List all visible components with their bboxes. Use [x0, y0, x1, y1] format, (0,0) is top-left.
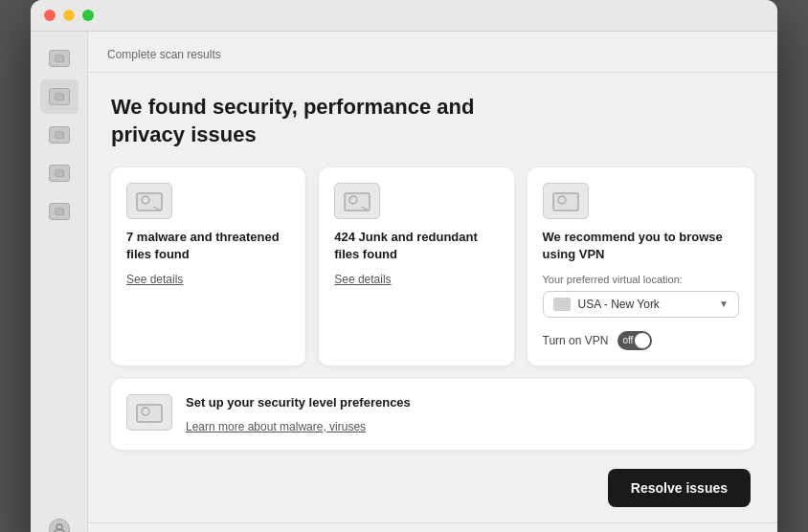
app-body: Complete scan results We found security,… [31, 32, 777, 532]
vpn-toggle-label: Turn on VPN [543, 334, 609, 347]
vpn-card: We recommend you to browse using VPN You… [527, 167, 755, 365]
junk-see-details-link[interactable]: See details [334, 273, 391, 286]
malware-card-image [126, 183, 172, 219]
junk-card-content: 424 Junk and redundant files found See d… [334, 229, 498, 349]
chevron-down-icon: ▼ [719, 299, 729, 309]
vpn-location-text: USA - New York [578, 298, 712, 311]
malware-see-details-link[interactable]: See details [126, 273, 183, 286]
svg-rect-7 [555, 299, 569, 309]
top-cards-row: 7 malware and threatened files found See… [111, 167, 754, 365]
resolve-row: Resolve issues [111, 469, 754, 507]
sidebar-item-1[interactable] [40, 41, 79, 76]
vpn-flag-icon [553, 298, 571, 311]
toggle-knob [635, 333, 650, 348]
learn-more-link[interactable]: Learn more about malware, viruses [186, 420, 366, 433]
security-card-title: Set up your security level preferences [186, 394, 739, 411]
junk-card-title: 424 Junk and redundant files found [334, 229, 498, 263]
toggle-off-label: off [622, 335, 633, 345]
content-area: We found security, performance and priva… [88, 73, 777, 522]
user-avatar-icon [49, 519, 70, 532]
security-card-image [126, 394, 172, 431]
vpn-card-image [543, 183, 589, 219]
sidebar-icon-2 [49, 88, 70, 105]
main-content: Complete scan results We found security,… [88, 32, 777, 532]
security-prefs-card: Set up your security level preferences L… [111, 379, 754, 450]
vpn-toggle-switch[interactable]: off [617, 331, 652, 350]
top-bar: Complete scan results [88, 32, 777, 73]
sidebar-bottom [40, 512, 79, 532]
vpn-card-title: We recommend you to browse using VPN [543, 229, 740, 263]
maximize-button[interactable] [82, 10, 94, 21]
sidebar-icon-3 [49, 126, 70, 144]
vpn-location-label: Your preferred virtual location: [543, 274, 740, 285]
vpn-location-selector[interactable]: USA - New York ▼ [543, 291, 740, 318]
page-title: We found security, performance and priva… [111, 94, 754, 148]
sidebar-icon-1 [49, 50, 70, 67]
security-card-content: Set up your security level preferences L… [186, 394, 739, 434]
vpn-toggle-row: Turn on VPN off [543, 331, 740, 350]
sidebar-item-2[interactable] [40, 79, 79, 114]
malware-card: 7 malware and threatened files found See… [111, 167, 305, 365]
close-button[interactable] [44, 10, 56, 21]
sidebar-item-4[interactable] [40, 156, 79, 190]
sidebar-item-5[interactable] [40, 194, 79, 229]
malware-card-title: 7 malware and threatened files found [126, 229, 290, 263]
sidebar-icon-4 [49, 165, 70, 182]
sidebar-icon-5 [49, 203, 70, 220]
bottom-card-row: Set up your security level preferences L… [111, 379, 754, 450]
malware-card-content: 7 malware and threatened files found See… [126, 229, 290, 349]
status-bar: 7 threatened files and 424 junk files ma… [88, 522, 777, 532]
junk-card: 424 Junk and redundant files found See d… [319, 167, 513, 365]
user-profile-button[interactable] [40, 512, 79, 532]
app-window: Complete scan results We found security,… [31, 0, 777, 532]
title-bar [31, 0, 777, 32]
page-breadcrumb: Complete scan results [107, 48, 221, 61]
minimize-button[interactable] [63, 10, 75, 21]
sidebar [31, 32, 88, 532]
junk-card-image [334, 183, 380, 219]
resolve-issues-button[interactable]: Resolve issues [608, 469, 751, 507]
sidebar-item-3[interactable] [40, 118, 79, 152]
